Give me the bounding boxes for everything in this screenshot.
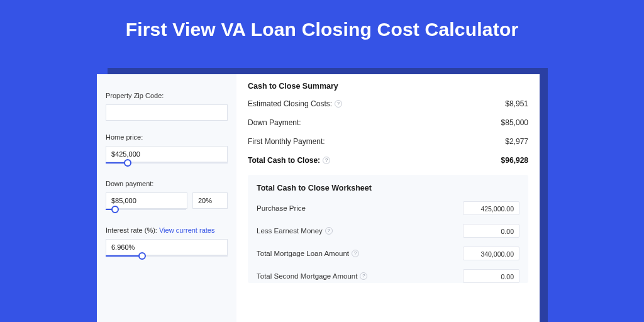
zip-label: Property Zip Code: bbox=[106, 92, 228, 99]
worksheet-value[interactable]: 340,000.00 bbox=[463, 247, 519, 260]
help-icon[interactable]: ? bbox=[352, 250, 359, 257]
summary-total-value: $96,928 bbox=[501, 156, 528, 165]
help-icon[interactable]: ? bbox=[335, 100, 342, 108]
worksheet-title: Total Cash to Close Worksheet bbox=[257, 184, 519, 192]
summary-label: Down Payment: bbox=[248, 118, 301, 127]
worksheet-row: Less Earnest Money ? 0.00 bbox=[257, 224, 519, 238]
summary-row-label-wrap: Estimated Closing Costs: ? bbox=[248, 99, 342, 108]
interest-rate-slider-knob[interactable] bbox=[138, 252, 146, 260]
summary-title: Cash to Close Summary bbox=[248, 82, 528, 91]
help-icon[interactable]: ? bbox=[325, 227, 333, 235]
view-current-rates-link[interactable]: View current rates bbox=[159, 226, 214, 234]
worksheet-label: Purchase Price bbox=[257, 204, 306, 212]
down-payment-slider-knob[interactable] bbox=[111, 206, 119, 213]
zip-input[interactable] bbox=[106, 104, 228, 121]
page-background: First View VA Loan Closing Cost Calculat… bbox=[0, 0, 644, 322]
summary-value: $2,977 bbox=[505, 137, 528, 146]
worksheet-label: Total Mortgage Loan Amount bbox=[257, 250, 349, 257]
summary-row: First Monthly Payment: $2,977 bbox=[248, 137, 528, 146]
worksheet-value[interactable]: 425,000.00 bbox=[463, 201, 519, 215]
worksheet-card: Total Cash to Close Worksheet Purchase P… bbox=[248, 175, 528, 283]
summary-row: Down Payment: $85,000 bbox=[248, 118, 528, 127]
worksheet-row-label-wrap: Total Second Mortgage Amount ? bbox=[257, 272, 367, 280]
help-icon[interactable]: ? bbox=[323, 157, 330, 164]
summary-total-row: Total Cash to Close: ? $96,928 bbox=[248, 156, 528, 165]
summary-label: Estimated Closing Costs: bbox=[248, 99, 332, 108]
home-price-input[interactable] bbox=[106, 146, 228, 162]
worksheet-row: Total Second Mortgage Amount ? 0.00 bbox=[257, 269, 519, 283]
worksheet-label: Less Earnest Money bbox=[257, 227, 323, 235]
summary-row-label-wrap: First Monthly Payment: bbox=[248, 137, 325, 146]
summary-row: Estimated Closing Costs: ? $8,951 bbox=[248, 99, 528, 108]
worksheet-row-label-wrap: Total Mortgage Loan Amount ? bbox=[257, 250, 359, 257]
down-payment-label: Down payment: bbox=[106, 180, 228, 187]
worksheet-label: Total Second Mortgage Amount bbox=[257, 272, 357, 280]
down-payment-control bbox=[106, 192, 228, 209]
inputs-sidebar: Property Zip Code: Home price: Down paym… bbox=[97, 74, 236, 322]
calculator-panel: Property Zip Code: Home price: Down paym… bbox=[97, 74, 540, 322]
summary-total-label: Total Cash to Close: bbox=[248, 156, 320, 165]
worksheet-row: Total Mortgage Loan Amount ? 340,000.00 bbox=[257, 247, 519, 260]
summary-label: First Monthly Payment: bbox=[248, 137, 325, 146]
results-area: Cash to Close Summary Estimated Closing … bbox=[236, 74, 540, 322]
summary-value: $85,000 bbox=[501, 118, 528, 127]
home-price-label: Home price: bbox=[106, 133, 228, 141]
worksheet-value[interactable]: 0.00 bbox=[463, 269, 519, 283]
summary-row-label-wrap: Down Payment: bbox=[248, 118, 301, 127]
summary-total-label-wrap: Total Cash to Close: ? bbox=[248, 156, 330, 165]
home-price-slider-knob[interactable] bbox=[124, 159, 131, 167]
home-price-control bbox=[106, 146, 228, 162]
worksheet-value[interactable]: 0.00 bbox=[463, 224, 519, 238]
worksheet-row-label-wrap: Less Earnest Money ? bbox=[257, 227, 333, 235]
summary-value: $8,951 bbox=[505, 99, 528, 108]
interest-rate-slider-fill bbox=[106, 255, 142, 257]
down-payment-pct-input[interactable] bbox=[192, 192, 228, 209]
interest-rate-label: Interest rate (%): bbox=[106, 226, 159, 234]
worksheet-row: Purchase Price 425,000.00 bbox=[257, 201, 519, 215]
interest-rate-input[interactable] bbox=[106, 239, 228, 255]
interest-rate-label-row: Interest rate (%): View current rates bbox=[106, 226, 228, 234]
worksheet-row-label-wrap: Purchase Price bbox=[257, 204, 306, 212]
help-icon[interactable]: ? bbox=[360, 272, 367, 280]
interest-rate-control bbox=[106, 239, 228, 255]
page-title: First View VA Loan Closing Cost Calculat… bbox=[0, 0, 644, 40]
